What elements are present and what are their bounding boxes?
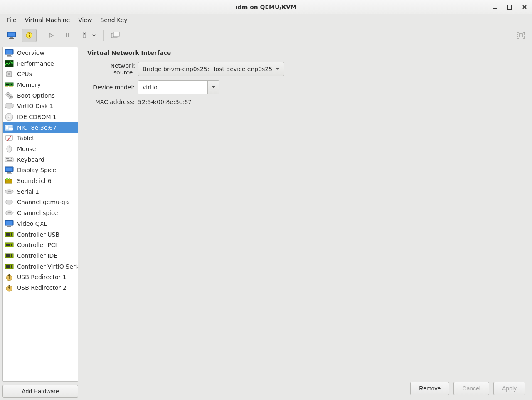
svg-rect-41	[5, 158, 13, 162]
sidebar-item-sound-ich6[interactable]: Sound: ich6	[3, 175, 78, 186]
svg-rect-73	[7, 227, 12, 227]
sidebar-item-label: Sound: ich6	[17, 178, 52, 184]
svg-rect-5	[9, 38, 14, 39]
controller-icon	[5, 252, 14, 260]
sidebar-item-display-spice[interactable]: Display Spice	[3, 165, 78, 176]
action-bar: Remove Cancel Apply	[410, 382, 525, 395]
pause-button[interactable]	[60, 29, 75, 42]
svg-rect-45	[10, 158, 10, 159]
sidebar-item-virtio-disk-1[interactable]: VirtIO Disk 1	[3, 101, 78, 111]
network-source-dropdown[interactable]: Bridge br-vm-enp0s25: Host device enp0s2…	[138, 62, 284, 76]
sidebar-item-usb-redirector-2[interactable]: USB Redirector 2	[3, 282, 78, 293]
svg-point-58	[9, 191, 10, 192]
sidebar-item-label: Overview	[17, 49, 44, 56]
power-icon	[81, 32, 88, 39]
svg-rect-44	[8, 158, 9, 159]
svg-rect-54	[9, 178, 10, 180]
run-button[interactable]	[44, 29, 59, 42]
perf-icon	[5, 59, 14, 68]
svg-rect-1	[507, 5, 512, 9]
device-model-combo[interactable]: virtio	[138, 80, 219, 94]
svg-rect-22	[8, 73, 10, 75]
sidebar-item-controller-ide[interactable]: Controller IDE	[3, 250, 78, 261]
sidebar-item-controller-pci[interactable]: Controller PCI	[3, 240, 78, 250]
sidebar-item-memory[interactable]: Memory	[3, 79, 78, 90]
svg-rect-9	[66, 33, 67, 37]
maximize-button[interactable]	[505, 3, 514, 11]
mem-icon	[5, 81, 14, 89]
toolbar	[0, 26, 532, 44]
sidebar-item-boot-options[interactable]: Boot Options	[3, 90, 78, 101]
svg-point-35	[8, 116, 10, 118]
details-button[interactable]	[22, 29, 37, 42]
cancel-button[interactable]: Cancel	[453, 382, 489, 395]
fullscreen-button[interactable]	[513, 29, 529, 42]
sidebar-item-performance[interactable]: Performance	[3, 58, 78, 69]
minimize-button[interactable]	[490, 3, 499, 11]
svg-point-63	[9, 202, 10, 202]
add-hardware-button[interactable]: Add Hardware	[2, 385, 78, 398]
snapshots-button[interactable]	[107, 29, 124, 42]
remove-button[interactable]: Remove	[410, 382, 449, 395]
sidebar-item-serial-1[interactable]: Serial 1	[3, 186, 78, 197]
sidebar-item-overview[interactable]: Overview	[3, 47, 78, 58]
fullscreen-icon	[517, 31, 525, 40]
row-mac-address: MAC address: 52:54:00:8e:3c:67	[87, 99, 525, 105]
nic-icon	[5, 123, 14, 132]
sidebar-item-cpus[interactable]: CPUs	[3, 69, 78, 79]
snapshot-icon	[111, 32, 120, 39]
sidebar-item-tablet[interactable]: Tablet	[3, 133, 78, 144]
hardware-list[interactable]: OverviewPerformanceCPUsMemoryBoot Option…	[2, 47, 78, 382]
sidebar-item-label: Mouse	[17, 146, 36, 152]
sidebar-item-label: Display Spice	[17, 167, 56, 173]
svg-point-67	[8, 212, 9, 213]
apply-button[interactable]: Apply	[493, 382, 525, 395]
svg-rect-77	[9, 233, 10, 236]
sidebar-item-video-qxl[interactable]: Video QXL	[3, 218, 78, 229]
svg-rect-26	[8, 84, 9, 85]
sidebar-item-controller-virtio-serial[interactable]: Controller VirtIO Serial	[3, 261, 78, 272]
pause-icon	[65, 32, 71, 38]
menu-view[interactable]: View	[75, 15, 95, 25]
sidebar-item-controller-usb[interactable]: Controller USB	[3, 229, 78, 240]
keyboard-icon	[5, 156, 14, 164]
toolbar-separator	[40, 30, 40, 41]
svg-rect-18	[7, 55, 11, 56]
sidebar-item-ide-cdrom-1[interactable]: IDE CDROM 1	[3, 111, 78, 122]
sidebar-item-nic-8e-3c-67[interactable]: NIC :8e:3c:67	[3, 122, 78, 133]
window-controls	[490, 3, 529, 11]
sidebar-item-mouse[interactable]: Mouse	[3, 143, 78, 154]
svg-rect-38	[9, 128, 13, 130]
menu-send-key[interactable]: Send Key	[97, 15, 131, 25]
console-button[interactable]	[3, 29, 20, 42]
sidebar-item-label: Serial 1	[17, 188, 39, 195]
svg-point-61	[7, 202, 7, 202]
svg-rect-4	[10, 37, 13, 38]
sidebar-item-channel-spice[interactable]: Channel spice	[3, 207, 78, 218]
menu-virtual-machine[interactable]: Virtual Machine	[21, 15, 73, 25]
svg-point-62	[8, 202, 9, 202]
controller-icon	[5, 262, 14, 271]
sound-icon	[5, 177, 14, 185]
monitor-icon	[7, 31, 16, 40]
disk-icon	[5, 102, 14, 110]
svg-rect-24	[6, 84, 7, 85]
menu-file[interactable]: File	[3, 15, 20, 25]
svg-rect-91	[7, 265, 9, 268]
svg-point-32	[10, 96, 12, 98]
sidebar-item-channel-qemu-ga[interactable]: Channel qemu-ga	[3, 197, 78, 208]
chevron-down-icon[interactable]	[207, 81, 219, 94]
sidebar-item-keyboard[interactable]: Keyboard	[3, 154, 78, 165]
boot-icon	[5, 91, 14, 100]
row-device-model: Device model: virtio	[87, 80, 525, 94]
shutdown-button[interactable]	[77, 29, 100, 42]
svg-rect-92	[9, 265, 10, 268]
svg-rect-80	[6, 244, 7, 246]
svg-rect-71	[6, 221, 12, 225]
svg-rect-27	[10, 84, 10, 85]
sidebar-item-label: Controller PCI	[17, 242, 57, 248]
svg-rect-76	[7, 233, 9, 236]
close-button[interactable]	[520, 3, 529, 11]
monitor-blue-icon	[5, 220, 14, 228]
sidebar-item-usb-redirector-1[interactable]: USB Redirector 1	[3, 272, 78, 282]
